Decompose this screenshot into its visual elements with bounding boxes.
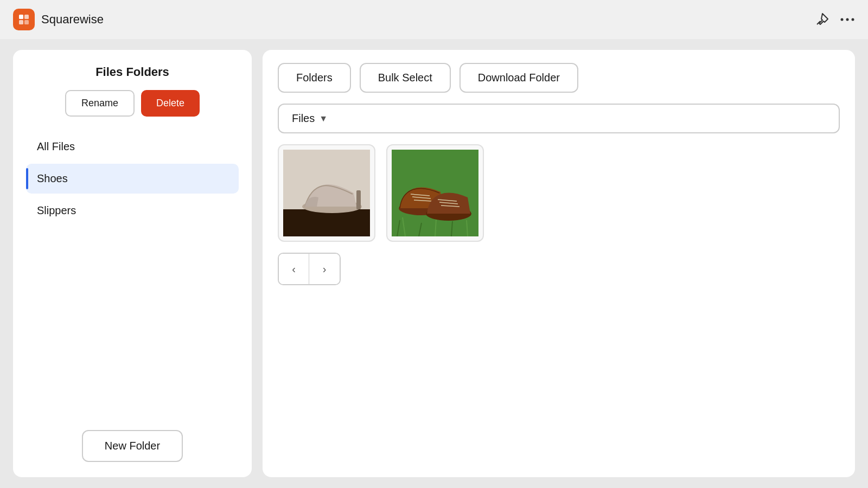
svg-point-6 (846, 18, 849, 21)
app-icon (13, 9, 35, 30)
topbar-left: Squarewise (13, 9, 104, 30)
sidebar-item-all-files[interactable]: All Files (26, 132, 239, 162)
content-toolbar: Folders Bulk Select Download Folder (278, 63, 840, 93)
delete-button[interactable]: Delete (141, 90, 200, 117)
sidebar-item-slippers[interactable]: Slippers (26, 196, 239, 226)
svg-rect-9 (283, 209, 370, 236)
new-folder-button[interactable]: New Folder (82, 430, 183, 462)
content-area: Folders Bulk Select Download Folder File… (263, 50, 855, 477)
shoe-heels-image (283, 150, 370, 236)
svg-rect-1 (24, 15, 29, 19)
topbar: Squarewise (0, 0, 868, 39)
download-folder-button[interactable]: Download Folder (459, 63, 578, 93)
rename-button[interactable]: Rename (65, 90, 135, 117)
bulk-select-button[interactable]: Bulk Select (360, 63, 451, 93)
more-options-button[interactable] (840, 17, 855, 22)
sidebar-nav: All Files Shoes Slippers (26, 132, 239, 226)
files-dropdown[interactable]: Files ▼ (278, 104, 840, 133)
app-title: Squarewise (41, 12, 104, 27)
sidebar-title: Files Folders (26, 65, 239, 79)
shoe-oxford-image (392, 150, 478, 236)
image-card-oxford[interactable] (386, 144, 484, 242)
sidebar-footer: New Folder (26, 430, 239, 462)
svg-rect-11 (356, 190, 361, 209)
pin-button[interactable] (815, 12, 829, 27)
main-layout: Files Folders Rename Delete All Files Sh… (0, 39, 868, 488)
sidebar: Files Folders Rename Delete All Files Sh… (13, 50, 252, 477)
topbar-right (815, 12, 855, 27)
prev-icon: ‹ (292, 263, 296, 275)
svg-rect-2 (19, 20, 23, 24)
svg-rect-3 (24, 20, 29, 24)
svg-point-5 (841, 18, 844, 21)
svg-point-7 (852, 18, 854, 21)
image-grid (278, 144, 840, 242)
chevron-down-icon: ▼ (319, 114, 328, 124)
pagination: ‹ › (278, 253, 341, 285)
next-icon: › (323, 263, 327, 275)
sidebar-item-shoes[interactable]: Shoes (26, 164, 239, 194)
files-dropdown-label: Files (292, 112, 315, 125)
next-page-button[interactable]: › (309, 254, 340, 284)
sidebar-actions: Rename Delete (26, 90, 239, 117)
svg-rect-0 (19, 15, 23, 19)
prev-page-button[interactable]: ‹ (279, 254, 309, 284)
folders-button[interactable]: Folders (278, 63, 351, 93)
image-card-heels[interactable] (278, 144, 375, 242)
